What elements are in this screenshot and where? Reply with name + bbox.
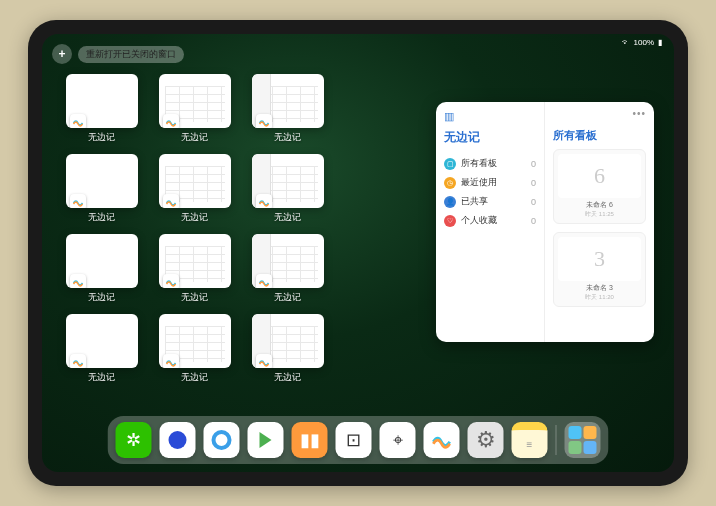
freeform-app-icon (70, 274, 86, 288)
dock-app-play[interactable] (248, 422, 284, 458)
thumbnail-label: 无边记 (181, 131, 208, 144)
thumbnail-preview (66, 74, 138, 128)
panel-sidebar: ▥ 无边记 ▢所有看板0◷最近使用0👤已共享0♡个人收藏0 (436, 102, 545, 342)
thumbnail-preview (159, 74, 231, 128)
dock-app-settings[interactable]: ⚙ (468, 422, 504, 458)
window-thumbnail[interactable]: 无边记 (62, 314, 141, 384)
freeform-app-icon (163, 194, 179, 208)
freeform-app-icon (70, 354, 86, 368)
board-preview: 6 (558, 154, 641, 198)
board-preview: 3 (558, 237, 641, 281)
sidebar-item-icon: ◷ (444, 177, 456, 189)
thumbnail-preview (252, 234, 324, 288)
thumbnail-label: 无边记 (274, 131, 301, 144)
sidebar-item-label: 最近使用 (461, 176, 497, 189)
sidebar-item-icon: ▢ (444, 158, 456, 170)
thumbnail-preview (252, 74, 324, 128)
dock-recent-apps[interactable] (565, 422, 601, 458)
windows-grid: 无边记无边记无边记无边记无边记无边记无边记无边记无边记无边记无边记无边记 (62, 74, 420, 416)
dock-app-quark[interactable] (160, 422, 196, 458)
panel-content: 所有看板 6未命名 6昨天 11:253未命名 3昨天 11:20 (545, 102, 654, 342)
freeform-app-icon (70, 194, 86, 208)
window-thumbnail[interactable]: 无边记 (62, 234, 141, 304)
sidebar-item[interactable]: ◷最近使用0 (444, 173, 536, 192)
top-controls: + 重新打开已关闭的窗口 (52, 44, 184, 64)
wifi-icon: ᯤ (622, 38, 630, 47)
window-thumbnail[interactable]: 无边记 (248, 74, 327, 144)
ipad-frame: ᯤ 100% ▮ + 重新打开已关闭的窗口 无边记无边记无边记无边记无边记无边记… (28, 20, 688, 486)
reopen-closed-window-button[interactable]: 重新打开已关闭的窗口 (78, 46, 184, 63)
sidebar-item-label: 所有看板 (461, 157, 497, 170)
board-name: 未命名 6 (558, 200, 641, 210)
dock-app-dice[interactable]: ⊡ (336, 422, 372, 458)
thumbnail-preview (159, 314, 231, 368)
board-card[interactable]: 6未命名 6昨天 11:25 (553, 149, 646, 224)
sidebar-item-icon: 👤 (444, 196, 456, 208)
dock-app-freeform[interactable] (424, 422, 460, 458)
window-thumbnail[interactable]: 无边记 (155, 74, 234, 144)
sidebar-item-icon: ♡ (444, 215, 456, 227)
thumbnail-label: 无边记 (88, 371, 115, 384)
thumbnail-preview (159, 234, 231, 288)
sidebar-item[interactable]: 👤已共享0 (444, 192, 536, 211)
panel-right-title: 所有看板 (553, 128, 646, 143)
freeform-app-icon (256, 114, 272, 128)
battery-icon: ▮ (658, 38, 662, 47)
dock-divider (556, 425, 557, 455)
thumbnail-label: 无边记 (88, 131, 115, 144)
thumbnail-preview (159, 154, 231, 208)
thumbnail-preview (252, 314, 324, 368)
thumbnail-label: 无边记 (181, 291, 208, 304)
sidebar-item-count: 0 (531, 216, 536, 226)
sidebar-item[interactable]: ▢所有看板0 (444, 154, 536, 173)
sidebar-item-label: 已共享 (461, 195, 488, 208)
freeform-app-icon (163, 354, 179, 368)
thumbnail-label: 无边记 (88, 211, 115, 224)
freeform-panel: ••• ▥ 无边记 ▢所有看板0◷最近使用0👤已共享0♡个人收藏0 所有看板 6… (436, 102, 654, 342)
window-thumbnail[interactable]: 无边记 (248, 154, 327, 224)
new-window-button[interactable]: + (52, 44, 72, 64)
freeform-app-icon (256, 194, 272, 208)
window-thumbnail[interactable]: 无边记 (248, 314, 327, 384)
sidebar-toggle-icon[interactable]: ▥ (444, 110, 536, 123)
window-thumbnail[interactable]: 无边记 (155, 234, 234, 304)
board-date: 昨天 11:20 (558, 293, 641, 302)
thumbnail-label: 无边记 (88, 291, 115, 304)
dock-app-books[interactable]: ▮▮ (292, 422, 328, 458)
dock-app-camera[interactable]: ⌖ (380, 422, 416, 458)
thumbnail-preview (66, 234, 138, 288)
thumbnail-label: 无边记 (274, 291, 301, 304)
window-thumbnail[interactable]: 无边记 (62, 74, 141, 144)
screen: ᯤ 100% ▮ + 重新打开已关闭的窗口 无边记无边记无边记无边记无边记无边记… (42, 34, 674, 472)
freeform-app-icon (256, 274, 272, 288)
freeform-app-icon (256, 354, 272, 368)
battery-percent: 100% (634, 38, 654, 47)
sidebar-item-count: 0 (531, 159, 536, 169)
window-thumbnail[interactable]: 无边记 (155, 154, 234, 224)
sidebar-item-count: 0 (531, 197, 536, 207)
panel-title: 无边记 (444, 129, 536, 146)
sidebar-item-label: 个人收藏 (461, 214, 497, 227)
status-bar: ᯤ 100% ▮ (622, 38, 662, 47)
window-thumbnail[interactable]: 无边记 (62, 154, 141, 224)
thumbnail-preview (66, 314, 138, 368)
more-icon[interactable]: ••• (632, 108, 646, 119)
dock-app-qqbrowser[interactable] (204, 422, 240, 458)
board-date: 昨天 11:25 (558, 210, 641, 219)
freeform-app-icon (70, 114, 86, 128)
freeform-app-icon (163, 274, 179, 288)
freeform-app-icon (163, 114, 179, 128)
main-area: 无边记无边记无边记无边记无边记无边记无边记无边记无边记无边记无边记无边记 •••… (62, 74, 654, 416)
board-name: 未命名 3 (558, 283, 641, 293)
dock-app-notes[interactable]: ≡ (512, 422, 548, 458)
thumbnail-label: 无边记 (181, 211, 208, 224)
dock: ✲▮▮⊡⌖⚙≡ (108, 416, 609, 464)
sidebar-item-count: 0 (531, 178, 536, 188)
dock-app-wechat[interactable]: ✲ (116, 422, 152, 458)
thumbnail-label: 无边记 (274, 211, 301, 224)
window-thumbnail[interactable]: 无边记 (155, 314, 234, 384)
board-card[interactable]: 3未命名 3昨天 11:20 (553, 232, 646, 307)
thumbnail-preview (252, 154, 324, 208)
window-thumbnail[interactable]: 无边记 (248, 234, 327, 304)
sidebar-item[interactable]: ♡个人收藏0 (444, 211, 536, 230)
